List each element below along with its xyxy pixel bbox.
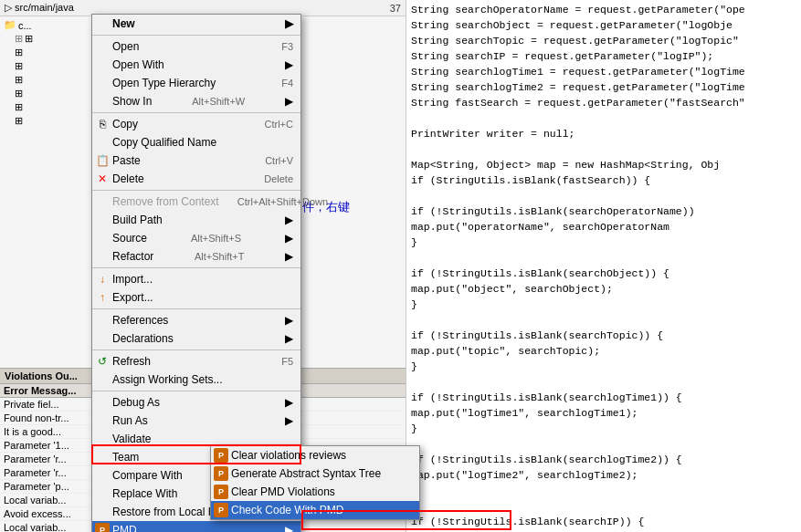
code-panel: String searchOperatorName = request.getP… [406, 0, 801, 532]
menu-item-copy[interactable]: ⎘CopyCtrl+C [92, 115, 300, 133]
menu-label: Debug As [112, 396, 160, 409]
submenu-arrow-icon: ▶ [267, 332, 293, 345]
empty-icon [95, 432, 110, 446]
menu-separator [92, 391, 300, 391]
empty-icon [95, 372, 110, 387]
menu-item-pmd[interactable]: PPMD▶ [92, 521, 300, 532]
menu-item-refresh[interactable]: ↺RefreshF5 [92, 352, 300, 370]
pmd-submenu-icon: P [214, 466, 228, 481]
menu-item-show_in[interactable]: Show InAlt+Shift+W▶ [92, 92, 300, 110]
code-line: } [411, 359, 796, 374]
copy-icon: ⎘ [95, 117, 110, 131]
export-icon: ↑ [95, 290, 110, 305]
submenu-arrow-icon: ▶ [267, 17, 293, 30]
menu-label: Copy Qualified Name [112, 136, 216, 149]
code-lines: String searchOperatorName = request.getP… [411, 2, 796, 532]
menu-separator [92, 267, 300, 268]
submenu-arrow-icon: ▶ [267, 314, 293, 327]
code-line [411, 250, 796, 266]
menu-item-assign_working_sets[interactable]: Assign Working Sets... [92, 370, 300, 389]
code-line [411, 188, 796, 203]
file-icon: ⊞ [15, 74, 23, 86]
code-line: } [411, 421, 796, 436]
code-line: map.put("operatorName", searchOperatorNa… [411, 219, 796, 235]
code-line: } [411, 235, 796, 250]
code-line: if (!StringUtils.isBlank(searchIP)) { [411, 514, 796, 529]
pmd-submenu-label: Check Code With PMD [231, 504, 343, 516]
empty-icon [95, 94, 110, 109]
code-line: String searchIP = request.getParameter("… [411, 48, 796, 64]
menu-separator [92, 35, 300, 36]
menu-item-import[interactable]: ↓Import... [92, 270, 300, 288]
menu-item-remove_context[interactable]: Remove from ContextCtrl+Alt+Shift+Down [92, 193, 300, 211]
menu-shortcut: Ctrl+V [247, 155, 293, 166]
menu-item-open_with[interactable]: Open With▶ [92, 56, 300, 74]
empty-icon [95, 76, 110, 90]
code-line: if (!StringUtils.isBlank(searchlogTime1)… [411, 390, 796, 405]
menu-item-delete[interactable]: ✕DeleteDelete [92, 170, 300, 188]
menu-label: Build Path [112, 214, 163, 226]
menu-item-run_as[interactable]: Run As▶ [92, 412, 300, 430]
import-icon: ↓ [95, 272, 110, 287]
empty-icon [95, 194, 110, 209]
empty-icon [95, 57, 110, 72]
submenu-arrow-icon: ▶ [267, 95, 293, 108]
empty-icon [95, 313, 110, 328]
pmd-submenu-item-clear_violations[interactable]: PClear violations reviews [211, 446, 419, 464]
submenu-arrow-icon: ▶ [267, 214, 293, 226]
submenu-arrow-icon: ▶ [267, 250, 293, 263]
pmd-submenu[interactable]: PClear violations reviewsPGenerate Abstr… [210, 445, 420, 520]
empty-icon [95, 468, 110, 483]
submenu-arrow-icon: ▶ [267, 232, 293, 245]
code-line: } [411, 297, 796, 312]
menu-label: Export... [112, 291, 153, 304]
menu-item-references[interactable]: References▶ [92, 311, 300, 329]
menu-item-build_path[interactable]: Build Path▶ [92, 211, 300, 229]
menu-shortcut: F5 [263, 356, 293, 367]
code-line: map.put("logTime1", searchlogTime1); [411, 405, 796, 421]
menu-label: Replace With [112, 487, 177, 500]
file-icon: ⊞ [15, 101, 23, 113]
menu-label: Compare With [112, 469, 183, 482]
menu-item-refactor[interactable]: RefactorAlt+Shift+T▶ [92, 247, 300, 266]
menu-label: Validate [112, 433, 151, 445]
paste-icon: 📋 [95, 153, 110, 168]
menu-shortcut: Alt+Shift+S [173, 233, 241, 244]
pmd-submenu-icon: P [214, 448, 228, 463]
empty-icon [95, 231, 110, 245]
menu-label: Refresh [112, 355, 151, 368]
empty-icon [95, 39, 110, 54]
code-line: String fastSearch = request.getParameter… [411, 95, 796, 110]
file-icon: ⊞ [15, 47, 23, 58]
menu-label: Team [112, 451, 139, 464]
menu-label: Copy [112, 118, 138, 130]
menu-item-debug_as[interactable]: Debug As▶ [92, 393, 300, 412]
menu-item-copy_qualified[interactable]: Copy Qualified Name [92, 133, 300, 151]
empty-icon [95, 505, 110, 519]
menu-item-source[interactable]: SourceAlt+Shift+S▶ [92, 229, 300, 247]
code-line [411, 110, 796, 126]
pmd-submenu-item-generate_ast[interactable]: PGenerate Abstract Syntax Tree [211, 464, 419, 483]
code-line: if (!StringUtils.isBlank(searchTopic)) { [411, 328, 796, 343]
menu-item-open_type_hierarchy[interactable]: Open Type HierarchyF4 [92, 74, 300, 92]
pmd-submenu-item-check_code[interactable]: PCheck Code With PMD [211, 501, 419, 519]
code-line [411, 436, 796, 452]
menu-shortcut: F4 [263, 78, 293, 89]
pmd-submenu-item-clear_pmd[interactable]: PClear PMD Violations [211, 483, 419, 501]
pmd-submenu-icon: P [214, 485, 228, 499]
menu-item-declarations[interactable]: Declarations▶ [92, 329, 300, 348]
code-line: map.put("object", searchObject); [411, 281, 796, 297]
violations-title: Violations Ou... [5, 370, 78, 381]
menu-item-export[interactable]: ↑Export... [92, 288, 300, 307]
code-line [411, 312, 796, 328]
menu-label: Import... [112, 273, 153, 286]
menu-separator [92, 308, 300, 309]
menu-shortcut: F3 [263, 41, 293, 52]
menu-item-paste[interactable]: 📋PasteCtrl+V [92, 151, 300, 170]
code-line [411, 141, 796, 157]
menu-item-open[interactable]: OpenF3 [92, 37, 300, 56]
menu-item-new[interactable]: New▶ [92, 15, 300, 33]
pmd-icon: P [95, 523, 110, 532]
menu-separator [92, 349, 300, 350]
code-line: map.put("topic", searchTopic); [411, 343, 796, 359]
